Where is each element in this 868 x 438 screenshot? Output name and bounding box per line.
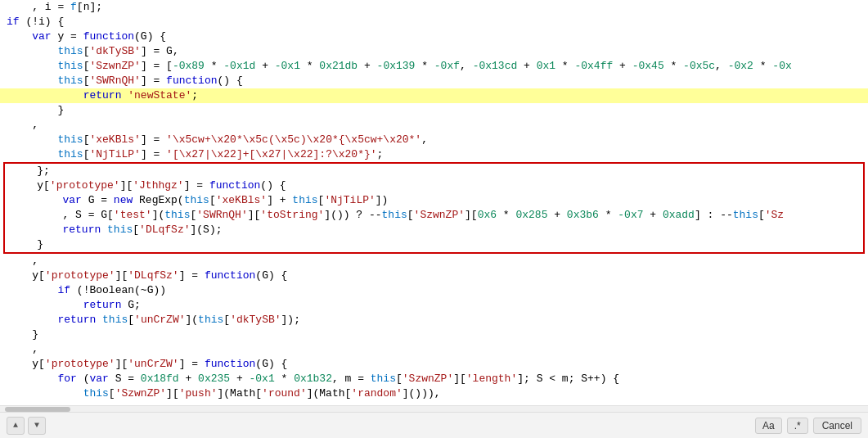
regex-button[interactable]: .* xyxy=(787,418,808,434)
match-case-button[interactable]: Aa xyxy=(755,418,782,434)
selected-code-block: }; y['prototype']['Jthhgz'] = function()… xyxy=(3,162,865,254)
code-line: , S = G['test'](this['SWRnQH']['toString… xyxy=(5,208,863,223)
code-line: } xyxy=(0,327,868,342)
nav-controls: ▲ ▼ xyxy=(7,417,46,435)
code-line: this['NjTiLP'] = '[\x27|\x22]+[\x27|\x22… xyxy=(0,147,868,162)
horizontal-scrollbar[interactable] xyxy=(0,405,868,412)
bottom-bar: ▲ ▼ Aa .* Cancel xyxy=(0,412,868,438)
code-line: var G = new RegExp(this['xeKBls'] + this… xyxy=(5,193,863,208)
code-container: , i = f[n]; if (!i) { var y = function(G… xyxy=(0,0,868,405)
code-line: for (var S = 0x18fd + 0x235 + -0x1 * 0x1… xyxy=(0,372,868,386)
code-line: if (!Boolean(~G)) xyxy=(0,283,868,298)
code-line: this['SzwnZP']['push'](Math['round'](Mat… xyxy=(0,386,868,401)
code-line: , xyxy=(0,254,868,269)
code-line: } xyxy=(0,103,868,118)
code-line: y['prototype']['DLqfSz'] = function(G) { xyxy=(0,269,868,283)
code-line: return this['unCrZW'](this['dkTySB']); xyxy=(0,313,868,327)
navigate-up-button[interactable]: ▲ xyxy=(7,417,25,435)
scrollbar-thumb[interactable] xyxy=(5,407,70,412)
code-line: , xyxy=(0,118,868,133)
cancel-button[interactable]: Cancel xyxy=(813,418,861,434)
code-line: this['SzwnZP'] = [-0x89 * -0x1d + -0x1 *… xyxy=(0,59,868,74)
code-line: return G; xyxy=(0,298,868,313)
code-line: , i = f[n]; xyxy=(0,0,868,15)
code-line: this['xeKBls'] = '\x5cw+\x20*\x5c(\x5c)\… xyxy=(0,133,868,147)
code-line: this['dkTySB'] = G, xyxy=(0,44,868,59)
code-line: , xyxy=(0,342,868,357)
code-line: var y = function(G) { xyxy=(0,29,868,44)
code-line: return this['DLqfSz'](S); xyxy=(5,223,863,237)
code-line: this['SWRnQH'] = function() { xyxy=(0,74,868,88)
code-line: }; xyxy=(5,164,863,178)
search-options: Aa .* Cancel xyxy=(755,418,861,434)
code-line: } xyxy=(5,237,863,252)
code-line: if (!i) { xyxy=(0,15,868,29)
code-area: , i = f[n]; if (!i) { var y = function(G… xyxy=(0,0,868,405)
code-line: y['prototype']['unCrZW'] = function(G) { xyxy=(0,357,868,372)
navigate-down-button[interactable]: ▼ xyxy=(28,417,46,435)
code-line: y['prototype']['Jthhgz'] = function() { xyxy=(5,178,863,193)
code-line-highlighted: return 'newState'; xyxy=(0,88,868,103)
